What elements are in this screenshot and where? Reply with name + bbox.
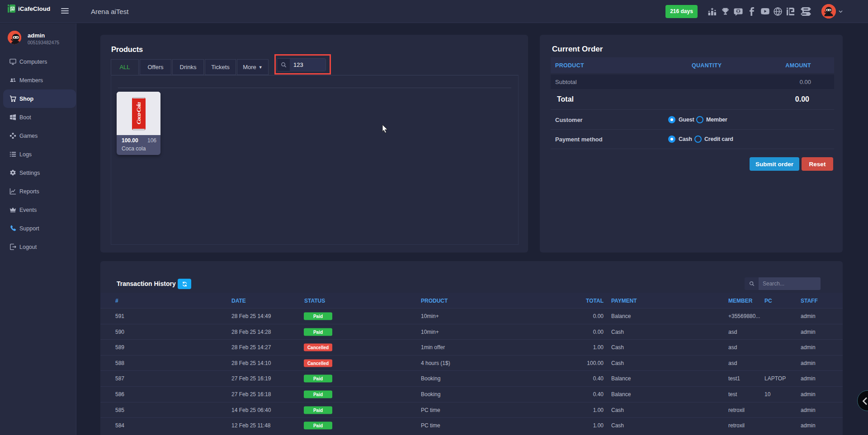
svg-text:Coca-Cola: Coca-Cola bbox=[135, 102, 142, 124]
